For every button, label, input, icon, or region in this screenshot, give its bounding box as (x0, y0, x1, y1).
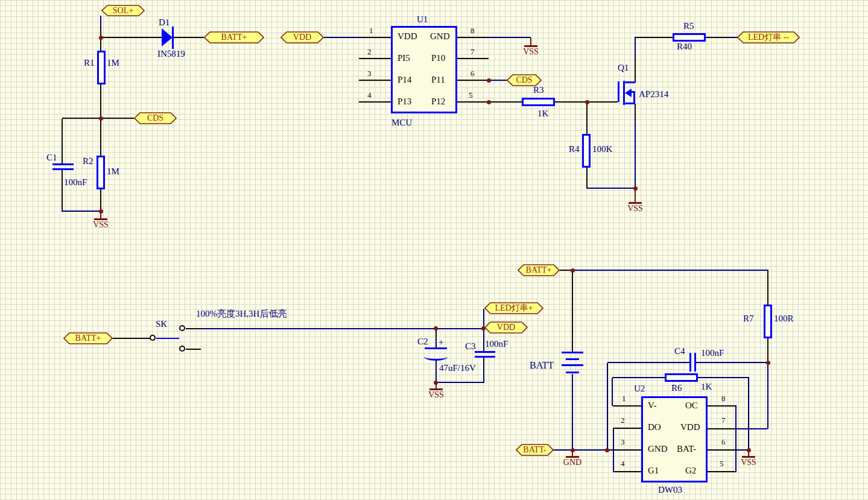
wire-segment[interactable] (586, 188, 635, 189)
wire-segment[interactable] (707, 449, 736, 451)
power-vss[interactable]: VSS (518, 38, 544, 59)
wire-segment[interactable] (359, 101, 391, 103)
wire-segment[interactable] (635, 37, 673, 38)
wire-segment[interactable] (707, 471, 736, 472)
wire-segment[interactable] (607, 363, 608, 450)
wire-segment[interactable] (100, 16, 101, 27)
capacitor-plate[interactable] (475, 351, 495, 353)
port-vdd[interactable]: VDD (280, 31, 324, 43)
capacitor-plate[interactable] (694, 353, 696, 372)
wire-segment[interactable] (696, 362, 768, 363)
capacitor-plate[interactable] (689, 353, 691, 372)
wire-segment[interactable] (613, 449, 641, 451)
wire-segment[interactable] (635, 57, 636, 83)
resistor-body[interactable] (582, 134, 591, 168)
wire-segment[interactable] (707, 405, 736, 407)
wire-segment[interactable] (572, 271, 573, 352)
wire-segment[interactable] (706, 37, 731, 38)
battery-plate[interactable] (562, 352, 583, 353)
wire-segment[interactable] (457, 58, 489, 59)
wire-segment[interactable] (613, 405, 641, 407)
wire-segment[interactable] (612, 377, 665, 378)
wire-segment[interactable] (555, 101, 587, 103)
wire-segment[interactable] (489, 101, 522, 103)
wire-segment[interactable] (113, 338, 150, 339)
capacitor-plate[interactable] (475, 356, 495, 358)
wire-segment[interactable] (62, 170, 63, 211)
port-batt[interactable]: BATT+ (204, 31, 264, 43)
port-batt[interactable]: BATT+ (518, 264, 560, 276)
wire-segment[interactable] (698, 377, 749, 378)
battery-plate[interactable] (566, 372, 579, 373)
wire-segment[interactable] (436, 382, 484, 383)
wire-segment[interactable] (359, 80, 391, 81)
resistor-body[interactable] (97, 156, 105, 189)
wire-segment[interactable] (635, 104, 636, 121)
power-gnd[interactable]: GND (559, 451, 586, 469)
wire-segment[interactable] (572, 270, 768, 271)
wire-segment[interactable] (572, 374, 573, 451)
wire-segment[interactable] (635, 37, 636, 57)
capacitor-plate[interactable] (52, 163, 74, 165)
port-cds[interactable]: CDS (507, 74, 542, 86)
port-led[interactable]: LED灯串 -- (737, 31, 800, 43)
wire-segment[interactable] (457, 37, 489, 38)
wire-segment[interactable] (359, 58, 391, 59)
power-vss[interactable]: VSS (87, 212, 114, 232)
port-batt[interactable]: BATT+ (63, 332, 113, 344)
battery-plate[interactable] (566, 358, 579, 360)
power-vss[interactable]: VSS (735, 451, 762, 469)
wire-segment[interactable] (457, 80, 489, 81)
resistor-body[interactable] (673, 33, 706, 42)
port-vdd[interactable]: VDD (484, 321, 528, 334)
wire-segment[interactable] (100, 119, 101, 156)
wire-segment[interactable] (613, 428, 641, 429)
wire-segment[interactable] (635, 121, 636, 189)
switch-terminal[interactable] (179, 346, 185, 352)
switch-terminal[interactable] (179, 325, 185, 331)
wire-segment[interactable] (174, 37, 204, 38)
wire-segment[interactable] (587, 101, 618, 103)
wire-segment[interactable] (186, 349, 201, 350)
wire-segment[interactable] (483, 358, 484, 382)
mosfet-source-bar[interactable] (633, 91, 635, 104)
wire-segment[interactable] (767, 338, 768, 362)
resistor-body[interactable] (97, 51, 106, 84)
capacitor-plate[interactable] (425, 347, 447, 349)
wire-segment[interactable] (457, 101, 489, 103)
wire-segment[interactable] (748, 378, 749, 450)
wire-segment[interactable] (186, 328, 201, 329)
battery-plate[interactable] (562, 364, 583, 366)
power-vss[interactable]: VSS (622, 189, 648, 215)
wire-segment[interactable] (767, 271, 768, 305)
resistor-body[interactable] (665, 373, 698, 382)
wire-segment[interactable] (100, 38, 101, 51)
capacitor-plate[interactable] (52, 168, 74, 170)
wire-segment[interactable] (736, 428, 767, 429)
wire-segment[interactable] (489, 80, 507, 81)
power-vss[interactable]: VSS (423, 384, 449, 402)
wire-segment[interactable] (324, 37, 359, 38)
wire-segment[interactable] (62, 118, 134, 119)
wire-segment[interactable] (201, 328, 484, 329)
wire-segment[interactable] (62, 119, 63, 165)
resistor-body[interactable] (522, 98, 555, 106)
port-cds[interactable]: CDS (134, 112, 177, 124)
wire-segment[interactable] (156, 338, 179, 339)
wire-segment[interactable] (553, 449, 613, 451)
port-sol[interactable]: SOL+ (101, 5, 145, 16)
mosfet-arrow[interactable] (625, 89, 632, 97)
switch-terminal[interactable] (150, 335, 156, 341)
wire-segment[interactable] (436, 360, 437, 382)
wire-segment[interactable] (100, 189, 101, 210)
capacitor-curved-plate[interactable] (424, 353, 448, 361)
wire-segment[interactable] (612, 378, 613, 406)
wire-segment[interactable] (767, 362, 768, 429)
wire-segment[interactable] (359, 37, 391, 38)
wire-segment[interactable] (707, 428, 736, 429)
wire-segment[interactable] (586, 168, 588, 188)
wire-segment[interactable] (613, 471, 641, 472)
port-batt[interactable]: BATT- (516, 444, 554, 456)
mosfet-drain-stub[interactable] (625, 81, 635, 83)
wire-segment[interactable] (101, 37, 162, 38)
